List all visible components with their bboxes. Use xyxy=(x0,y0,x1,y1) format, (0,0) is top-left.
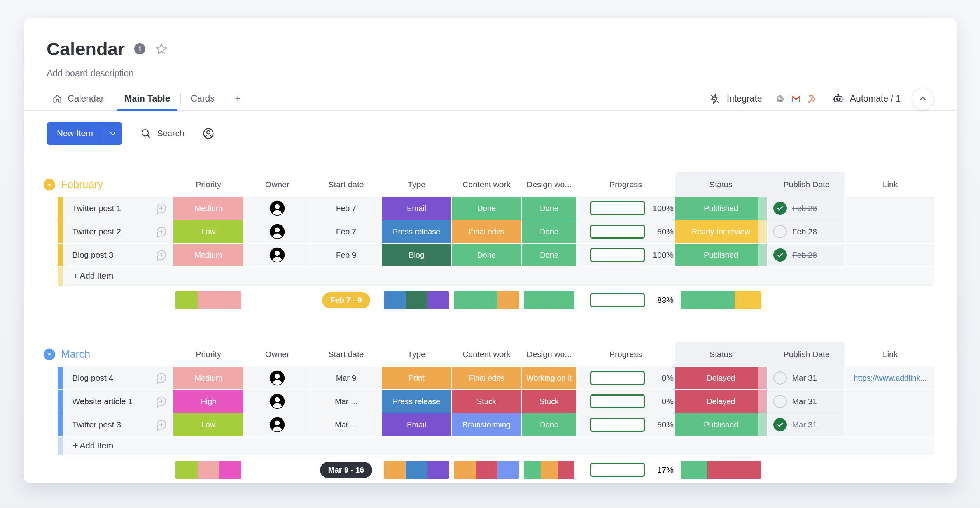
add-update-bubble-icon[interactable] xyxy=(155,395,168,408)
progress-cell[interactable]: 50% xyxy=(577,413,674,436)
status-cell[interactable]: Ready for review xyxy=(675,220,767,243)
content-work-cell[interactable]: Done xyxy=(452,244,521,266)
progress-cell[interactable]: 50% xyxy=(577,220,674,243)
column-header-type[interactable]: Type xyxy=(382,350,451,359)
progress-cell[interactable]: 0% xyxy=(577,390,674,413)
add-item-button[interactable]: + Add Item xyxy=(64,437,934,455)
status-cell[interactable]: Delayed xyxy=(675,367,767,389)
column-header-publish-date[interactable]: Publish Date xyxy=(768,350,845,359)
column-header-start-date[interactable]: Start date xyxy=(311,180,381,189)
item-name-cell[interactable]: Blog post 3 xyxy=(64,244,173,266)
column-header-content-work[interactable]: Content work xyxy=(452,180,521,189)
column-header-type[interactable]: Type xyxy=(382,180,451,189)
hubspot-badge-icon[interactable] xyxy=(803,90,821,108)
design-work-cell[interactable]: Done xyxy=(522,244,576,266)
owner-cell[interactable] xyxy=(244,220,310,243)
type-cell[interactable]: Press release xyxy=(382,220,451,243)
link-cell[interactable] xyxy=(846,197,934,220)
progress-cell[interactable]: 0% xyxy=(577,367,674,389)
column-header-priority[interactable]: Priority xyxy=(173,180,243,189)
link-cell[interactable] xyxy=(846,244,934,266)
chevron-down-icon[interactable] xyxy=(44,179,55,190)
gmail-badge-icon[interactable] xyxy=(787,90,805,108)
new-item-button[interactable]: New Item xyxy=(47,122,122,145)
publish-date-cell[interactable]: Feb 28 xyxy=(768,244,845,266)
add-update-bubble-icon[interactable] xyxy=(155,371,168,385)
start-date-cell[interactable]: Feb 7 xyxy=(311,197,381,220)
column-header-link[interactable]: Link xyxy=(846,180,934,189)
type-cell[interactable]: Email xyxy=(382,197,451,220)
link-cell[interactable] xyxy=(846,220,934,243)
automate-button[interactable]: Automate / 1 xyxy=(832,92,901,105)
board-description[interactable]: Add board description xyxy=(47,68,934,79)
column-header-publish-date[interactable]: Publish Date xyxy=(768,180,845,189)
publish-date-cell[interactable]: Feb 28 xyxy=(768,220,845,243)
start-date-cell[interactable]: Mar 9 xyxy=(311,367,381,389)
content-work-cell[interactable]: Final edits xyxy=(452,367,521,389)
publish-date-cell[interactable]: Mar 31 xyxy=(768,413,845,436)
owner-cell[interactable] xyxy=(244,367,310,389)
person-filter-icon[interactable] xyxy=(202,127,215,140)
owner-cell[interactable] xyxy=(244,244,310,266)
design-work-cell[interactable]: Working on it xyxy=(522,367,576,389)
add-update-bubble-icon[interactable] xyxy=(155,248,168,262)
priority-cell[interactable]: High xyxy=(173,390,243,413)
owner-cell[interactable] xyxy=(244,413,310,436)
status-cell[interactable]: Delayed xyxy=(675,390,767,413)
design-work-cell[interactable]: Stuck xyxy=(522,390,576,413)
column-header-status[interactable]: Status xyxy=(675,180,767,189)
column-header-owner[interactable]: Owner xyxy=(244,180,310,189)
start-date-cell[interactable]: Feb 9 xyxy=(311,244,381,266)
column-header-design-work[interactable]: Design wo... xyxy=(522,180,576,189)
favorite-star-icon[interactable] xyxy=(155,42,168,56)
column-header-progress[interactable]: Progress xyxy=(577,180,674,189)
column-header-owner[interactable]: Owner xyxy=(244,350,310,359)
tab-main-table[interactable]: Main Table xyxy=(114,87,180,110)
group-title-march[interactable]: March xyxy=(44,348,90,360)
item-name-cell[interactable]: Twitter post 3 xyxy=(64,413,173,436)
priority-cell[interactable]: Low xyxy=(173,220,243,243)
type-cell[interactable]: Print xyxy=(382,367,451,389)
progress-cell[interactable]: 100% xyxy=(577,197,674,220)
priority-cell[interactable]: Medium xyxy=(173,197,243,220)
column-header-status[interactable]: Status xyxy=(675,350,767,359)
link-cell[interactable] xyxy=(846,390,934,413)
link-cell[interactable] xyxy=(846,413,934,436)
publish-date-cell[interactable]: Feb 28 xyxy=(768,197,845,220)
column-header-progress[interactable]: Progress xyxy=(577,350,674,359)
type-cell[interactable]: Email xyxy=(382,413,451,436)
design-work-cell[interactable]: Done xyxy=(522,197,576,220)
item-name-cell[interactable]: Blog post 4 xyxy=(64,367,173,389)
content-work-cell[interactable]: Final edits xyxy=(452,220,521,243)
column-header-design-work[interactable]: Design wo... xyxy=(522,350,576,359)
publish-date-cell[interactable]: Mar 31 xyxy=(768,367,845,389)
add-update-bubble-icon[interactable] xyxy=(155,202,168,215)
new-item-dropdown[interactable] xyxy=(103,122,122,145)
search-button[interactable]: Search xyxy=(140,128,184,139)
publish-date-cell[interactable]: Mar 31 xyxy=(768,390,845,413)
status-cell[interactable]: Published xyxy=(675,244,767,266)
type-cell[interactable]: Blog xyxy=(382,244,451,266)
owner-cell[interactable] xyxy=(244,390,310,413)
status-cell[interactable]: Published xyxy=(675,197,767,220)
item-link[interactable]: https://www.addlink... xyxy=(854,374,927,383)
item-name-cell[interactable]: Twitter post 2 xyxy=(64,220,173,243)
content-work-cell[interactable]: Done xyxy=(452,197,521,220)
start-date-cell[interactable]: Feb 7 xyxy=(311,220,381,243)
column-header-start-date[interactable]: Start date xyxy=(311,350,381,359)
integrate-button[interactable]: Integrate xyxy=(709,93,762,105)
tab-cards[interactable]: Cards xyxy=(181,87,225,110)
add-update-bubble-icon[interactable] xyxy=(155,418,168,431)
info-icon[interactable]: i xyxy=(134,43,145,54)
add-item-button[interactable]: + Add Item xyxy=(64,267,934,286)
column-header-link[interactable]: Link xyxy=(846,350,934,359)
design-work-cell[interactable]: Done xyxy=(522,413,576,436)
item-name-cell[interactable]: Twitter post 1 xyxy=(64,197,173,220)
item-name-cell[interactable]: Website article 1 xyxy=(64,390,173,413)
link-cell[interactable]: https://www.addlink... xyxy=(846,367,934,389)
start-date-cell[interactable]: Mar ... xyxy=(311,413,381,436)
group-title-february[interactable]: February xyxy=(44,179,103,191)
column-header-content-work[interactable]: Content work xyxy=(452,350,521,359)
status-cell[interactable]: Published xyxy=(675,413,767,436)
design-work-cell[interactable]: Done xyxy=(522,220,576,243)
